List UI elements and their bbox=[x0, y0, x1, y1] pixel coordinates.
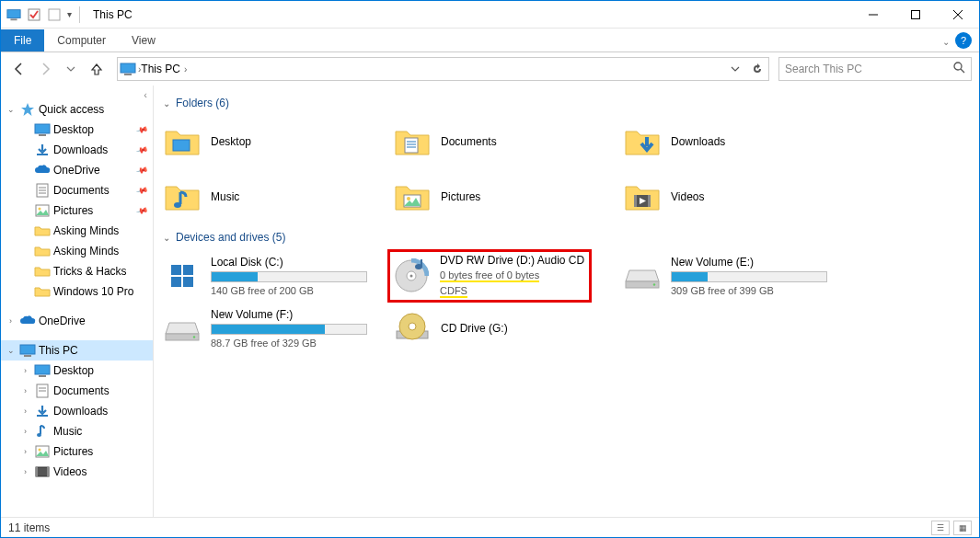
tree-label: Tricks & Hacks bbox=[53, 265, 127, 278]
qat-newfolder-icon[interactable] bbox=[47, 7, 62, 22]
tree-item-desktop[interactable]: ›Desktop bbox=[1, 361, 153, 381]
expand-icon[interactable]: › bbox=[19, 427, 31, 436]
qat-dropdown-icon[interactable]: ▾ bbox=[67, 9, 72, 19]
content-pane: ⌄Folders (6) Desktop Documents Downloads… bbox=[154, 86, 979, 517]
svg-point-20 bbox=[39, 208, 41, 211]
tree-item-folder[interactable]: Asking Minds bbox=[1, 241, 153, 261]
ribbon-tab-computer[interactable]: Computer bbox=[44, 29, 119, 52]
folder-desktop[interactable]: Desktop bbox=[157, 115, 387, 168]
expand-icon[interactable]: › bbox=[19, 386, 31, 395]
svg-rect-22 bbox=[24, 355, 31, 357]
ribbon: File Computer View ⌄ ? bbox=[1, 29, 979, 52]
tree-item-onedrive[interactable]: OneDrive📌 bbox=[1, 160, 153, 180]
drive-local-c[interactable]: Local Disk (C:) 140 GB free of 200 GB bbox=[157, 249, 387, 303]
status-bar: 11 items ☰ ▦ bbox=[1, 517, 979, 537]
breadcrumb-thispc[interactable]: This PC bbox=[141, 63, 180, 75]
tree-item-pictures[interactable]: ›Pictures bbox=[1, 441, 153, 462]
expand-icon[interactable]: ⌄ bbox=[5, 105, 17, 114]
qat-properties-icon[interactable] bbox=[27, 7, 41, 22]
tree-this-pc[interactable]: ⌄This PC bbox=[1, 340, 153, 361]
view-details-button[interactable]: ☰ bbox=[931, 521, 950, 535]
ribbon-tab-file[interactable]: File bbox=[1, 29, 44, 52]
svg-rect-33 bbox=[36, 467, 38, 476]
svg-rect-44 bbox=[634, 195, 637, 207]
expand-icon[interactable]: ⌄ bbox=[5, 346, 17, 355]
svg-rect-35 bbox=[173, 140, 190, 151]
drive-volume-e[interactable]: New Volume (E:) 309 GB free of 399 GB bbox=[617, 249, 847, 303]
tree-label: Quick access bbox=[39, 103, 104, 116]
tree-item-downloads[interactable]: Downloads📌 bbox=[1, 140, 153, 160]
expand-icon[interactable]: › bbox=[5, 316, 17, 326]
up-button[interactable] bbox=[86, 58, 108, 80]
tree-label: Pictures bbox=[53, 445, 93, 458]
pictures-icon bbox=[34, 443, 51, 460]
svg-rect-34 bbox=[47, 467, 49, 476]
folder-label: Documents bbox=[441, 135, 497, 148]
folder-icon bbox=[393, 177, 432, 216]
expand-icon[interactable]: › bbox=[19, 406, 31, 416]
folder-music[interactable]: Music bbox=[157, 170, 387, 223]
drive-dvd-d[interactable]: DVD RW Drive (D:) Audio CD 0 bytes free … bbox=[387, 249, 592, 303]
expand-icon[interactable]: › bbox=[19, 447, 31, 456]
tree-label: Desktop bbox=[53, 364, 94, 377]
group-label: Devices and drives (5) bbox=[176, 231, 285, 244]
group-header-folders[interactable]: ⌄Folders (6) bbox=[163, 97, 970, 109]
tree-item-documents[interactable]: ›Documents bbox=[1, 381, 153, 401]
recent-locations-button[interactable] bbox=[60, 58, 82, 80]
address-dropdown-button[interactable] bbox=[724, 58, 746, 80]
close-button[interactable] bbox=[937, 1, 979, 29]
refresh-button[interactable] bbox=[746, 58, 768, 80]
navigation-pane: ‹ ⌄ Quick access Desktop📌 Downloads📌 One… bbox=[1, 86, 154, 517]
drive-subtext: 0 bytes free of 0 bytes bbox=[440, 269, 539, 282]
qat: ▾ This PC bbox=[1, 6, 133, 23]
chevron-down-icon: ⌄ bbox=[163, 233, 170, 243]
tree-onedrive[interactable]: ›OneDrive bbox=[1, 311, 153, 331]
desktop-icon bbox=[34, 362, 51, 379]
tree-item-downloads[interactable]: ›Downloads bbox=[1, 401, 153, 421]
tree-label: Windows 10 Pro bbox=[53, 285, 133, 298]
tree-item-folder[interactable]: Tricks & Hacks bbox=[1, 261, 153, 281]
tree-label: Music bbox=[53, 425, 82, 438]
folder-pictures[interactable]: Pictures bbox=[387, 170, 617, 223]
svg-rect-3 bbox=[49, 9, 60, 20]
forward-button[interactable] bbox=[34, 58, 56, 80]
tree-item-music[interactable]: ›Music bbox=[1, 421, 153, 441]
back-button[interactable] bbox=[8, 58, 30, 80]
tree-label: Documents bbox=[53, 384, 110, 397]
tree-quick-access[interactable]: ⌄ Quick access bbox=[1, 99, 153, 120]
folder-label: Desktop bbox=[211, 135, 251, 148]
breadcrumb-sep-icon[interactable]: › bbox=[184, 64, 187, 74]
help-button[interactable]: ? bbox=[955, 32, 972, 49]
drive-cd-g[interactable]: CD Drive (G:) bbox=[387, 303, 617, 354]
maximize-button[interactable] bbox=[894, 1, 937, 29]
svg-point-60 bbox=[409, 323, 416, 330]
capacity-bar bbox=[211, 271, 367, 282]
tree-item-documents[interactable]: Documents📌 bbox=[1, 180, 153, 200]
tree-item-desktop[interactable]: Desktop📌 bbox=[1, 120, 153, 140]
tree-item-folder[interactable]: Asking Minds bbox=[1, 221, 153, 241]
pane-chevron-icon[interactable]: ‹ bbox=[144, 89, 147, 100]
svg-point-29 bbox=[37, 433, 41, 437]
expand-icon[interactable]: › bbox=[19, 366, 31, 375]
folder-documents[interactable]: Documents bbox=[387, 115, 617, 168]
svg-rect-13 bbox=[39, 134, 46, 136]
pin-icon: 📌 bbox=[135, 123, 149, 136]
ribbon-expand-icon[interactable]: ⌄ bbox=[942, 37, 950, 47]
folder-videos[interactable]: Videos bbox=[617, 170, 847, 223]
folder-icon bbox=[393, 122, 432, 161]
address-bar[interactable]: › This PC› bbox=[117, 57, 769, 81]
group-header-drives[interactable]: ⌄Devices and drives (5) bbox=[163, 231, 970, 244]
group-label: Folders (6) bbox=[176, 97, 229, 109]
expand-icon[interactable]: › bbox=[19, 467, 31, 476]
pin-icon: 📌 bbox=[135, 143, 149, 156]
tree-item-folder[interactable]: Windows 10 Pro bbox=[1, 281, 153, 302]
ribbon-tab-view[interactable]: View bbox=[119, 29, 168, 52]
minimize-button[interactable] bbox=[852, 1, 894, 29]
tree-item-videos[interactable]: ›Videos bbox=[1, 462, 153, 482]
folder-downloads[interactable]: Downloads bbox=[617, 115, 847, 168]
chevron-down-icon: ⌄ bbox=[163, 98, 170, 109]
tree-item-pictures[interactable]: Pictures📌 bbox=[1, 200, 153, 221]
search-input[interactable]: Search This PC bbox=[778, 57, 972, 81]
view-icons-button[interactable]: ▦ bbox=[953, 521, 972, 535]
drive-volume-f[interactable]: New Volume (F:) 88.7 GB free of 329 GB bbox=[157, 303, 387, 354]
